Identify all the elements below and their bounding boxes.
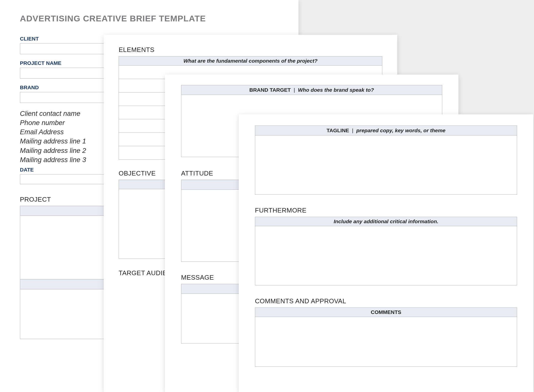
elements-header: What are the fundamental components of t… bbox=[119, 56, 382, 66]
comments-header: COMMENTS bbox=[255, 307, 517, 317]
elements-section-title: ELEMENTS bbox=[119, 46, 382, 54]
comments-approval-section: COMMENTS AND APPROVAL COMMENTS bbox=[255, 297, 517, 367]
tagline-label: TAGLINE bbox=[327, 128, 349, 133]
brand-target-label: BRAND TARGET bbox=[249, 87, 291, 93]
tagline-header: TAGLINE | prepared copy, key words, or t… bbox=[255, 126, 517, 135]
separator: | bbox=[350, 128, 356, 133]
comments-body[interactable] bbox=[255, 317, 517, 367]
document-title: ADVERTISING CREATIVE BRIEF TEMPLATE bbox=[20, 14, 279, 23]
furthermore-header: Include any additional critical informat… bbox=[255, 217, 517, 226]
furthermore-body[interactable] bbox=[255, 226, 517, 285]
comments-approval-title: COMMENTS AND APPROVAL bbox=[255, 297, 517, 305]
brand-target-header: BRAND TARGET | Who does the brand speak … bbox=[181, 85, 442, 95]
document-page-4: TAGLINE | prepared copy, key words, or t… bbox=[239, 114, 533, 392]
separator: | bbox=[292, 87, 298, 93]
furthermore-section: FURTHERMORE Include any additional criti… bbox=[255, 207, 517, 285]
tagline-body[interactable] bbox=[255, 135, 517, 195]
brand-target-sub: Who does the brand speak to? bbox=[298, 87, 374, 93]
furthermore-section-title: FURTHERMORE bbox=[255, 207, 517, 214]
tagline-sub: prepared copy, key words, or theme bbox=[356, 128, 445, 133]
date-input[interactable] bbox=[20, 174, 107, 184]
